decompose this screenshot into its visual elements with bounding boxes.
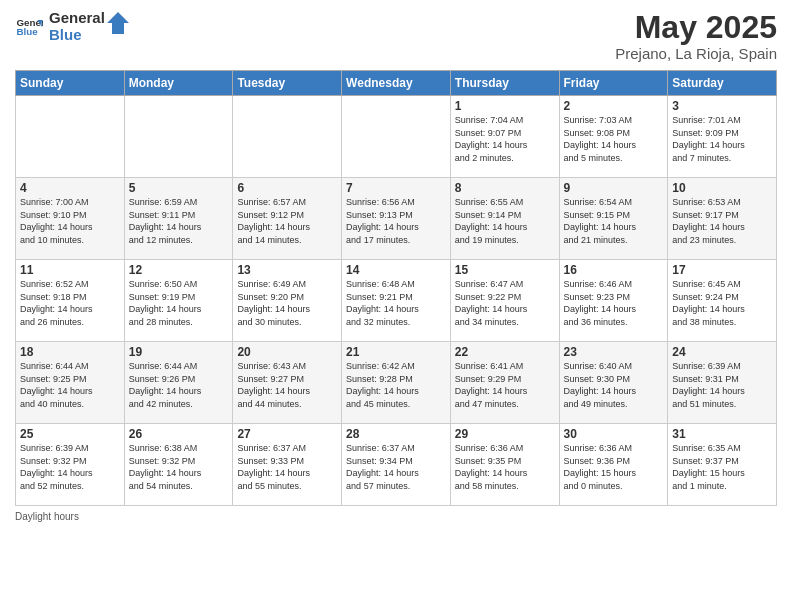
day-number: 25: [20, 427, 120, 441]
calendar-cell: 10Sunrise: 6:53 AM Sunset: 9:17 PM Dayli…: [668, 178, 777, 260]
calendar-cell: 2Sunrise: 7:03 AM Sunset: 9:08 PM Daylig…: [559, 96, 668, 178]
svg-marker-4: [107, 12, 129, 34]
day-number: 2: [564, 99, 664, 113]
calendar-cell: 17Sunrise: 6:45 AM Sunset: 9:24 PM Dayli…: [668, 260, 777, 342]
logo-icon: General Blue: [15, 13, 43, 41]
day-number: 5: [129, 181, 229, 195]
calendar-table: SundayMondayTuesdayWednesdayThursdayFrid…: [15, 70, 777, 506]
calendar-cell: 15Sunrise: 6:47 AM Sunset: 9:22 PM Dayli…: [450, 260, 559, 342]
day-number: 31: [672, 427, 772, 441]
daylight-label: Daylight hours: [15, 511, 79, 522]
day-info: Sunrise: 6:59 AM Sunset: 9:11 PM Dayligh…: [129, 196, 229, 246]
calendar-cell: 28Sunrise: 6:37 AM Sunset: 9:34 PM Dayli…: [342, 424, 451, 506]
day-number: 23: [564, 345, 664, 359]
day-number: 1: [455, 99, 555, 113]
calendar-cell: 6Sunrise: 6:57 AM Sunset: 9:12 PM Daylig…: [233, 178, 342, 260]
day-number: 12: [129, 263, 229, 277]
calendar-cell: 14Sunrise: 6:48 AM Sunset: 9:21 PM Dayli…: [342, 260, 451, 342]
day-info: Sunrise: 6:39 AM Sunset: 9:32 PM Dayligh…: [20, 442, 120, 492]
day-number: 8: [455, 181, 555, 195]
col-header-tuesday: Tuesday: [233, 71, 342, 96]
calendar-cell: 21Sunrise: 6:42 AM Sunset: 9:28 PM Dayli…: [342, 342, 451, 424]
calendar-cell: 22Sunrise: 6:41 AM Sunset: 9:29 PM Dayli…: [450, 342, 559, 424]
day-number: 27: [237, 427, 337, 441]
calendar-cell: [342, 96, 451, 178]
day-info: Sunrise: 6:43 AM Sunset: 9:27 PM Dayligh…: [237, 360, 337, 410]
calendar-cell: 23Sunrise: 6:40 AM Sunset: 9:30 PM Dayli…: [559, 342, 668, 424]
day-number: 14: [346, 263, 446, 277]
day-number: 16: [564, 263, 664, 277]
calendar-cell: 24Sunrise: 6:39 AM Sunset: 9:31 PM Dayli…: [668, 342, 777, 424]
day-number: 18: [20, 345, 120, 359]
calendar-cell: 27Sunrise: 6:37 AM Sunset: 9:33 PM Dayli…: [233, 424, 342, 506]
day-number: 20: [237, 345, 337, 359]
day-number: 15: [455, 263, 555, 277]
col-header-friday: Friday: [559, 71, 668, 96]
day-number: 9: [564, 181, 664, 195]
col-header-wednesday: Wednesday: [342, 71, 451, 96]
week-row-5: 25Sunrise: 6:39 AM Sunset: 9:32 PM Dayli…: [16, 424, 777, 506]
calendar-cell: 8Sunrise: 6:55 AM Sunset: 9:14 PM Daylig…: [450, 178, 559, 260]
header: General Blue General Blue May 2025 Preja…: [15, 10, 777, 62]
day-info: Sunrise: 6:50 AM Sunset: 9:19 PM Dayligh…: [129, 278, 229, 328]
svg-text:Blue: Blue: [16, 26, 38, 37]
calendar-cell: [124, 96, 233, 178]
day-info: Sunrise: 7:04 AM Sunset: 9:07 PM Dayligh…: [455, 114, 555, 164]
calendar-cell: 11Sunrise: 6:52 AM Sunset: 9:18 PM Dayli…: [16, 260, 125, 342]
calendar-header-row: SundayMondayTuesdayWednesdayThursdayFrid…: [16, 71, 777, 96]
calendar-cell: [16, 96, 125, 178]
calendar-cell: 4Sunrise: 7:00 AM Sunset: 9:10 PM Daylig…: [16, 178, 125, 260]
day-info: Sunrise: 6:41 AM Sunset: 9:29 PM Dayligh…: [455, 360, 555, 410]
day-info: Sunrise: 6:35 AM Sunset: 9:37 PM Dayligh…: [672, 442, 772, 492]
day-info: Sunrise: 6:49 AM Sunset: 9:20 PM Dayligh…: [237, 278, 337, 328]
calendar-cell: 20Sunrise: 6:43 AM Sunset: 9:27 PM Dayli…: [233, 342, 342, 424]
day-number: 19: [129, 345, 229, 359]
calendar-cell: 19Sunrise: 6:44 AM Sunset: 9:26 PM Dayli…: [124, 342, 233, 424]
logo: General Blue General Blue: [15, 10, 129, 43]
calendar-cell: 1Sunrise: 7:04 AM Sunset: 9:07 PM Daylig…: [450, 96, 559, 178]
day-info: Sunrise: 6:42 AM Sunset: 9:28 PM Dayligh…: [346, 360, 446, 410]
day-number: 11: [20, 263, 120, 277]
day-info: Sunrise: 6:38 AM Sunset: 9:32 PM Dayligh…: [129, 442, 229, 492]
day-info: Sunrise: 7:01 AM Sunset: 9:09 PM Dayligh…: [672, 114, 772, 164]
day-number: 4: [20, 181, 120, 195]
day-info: Sunrise: 6:37 AM Sunset: 9:33 PM Dayligh…: [237, 442, 337, 492]
calendar-cell: 30Sunrise: 6:36 AM Sunset: 9:36 PM Dayli…: [559, 424, 668, 506]
day-info: Sunrise: 6:56 AM Sunset: 9:13 PM Dayligh…: [346, 196, 446, 246]
day-info: Sunrise: 6:44 AM Sunset: 9:25 PM Dayligh…: [20, 360, 120, 410]
day-number: 29: [455, 427, 555, 441]
day-number: 26: [129, 427, 229, 441]
day-info: Sunrise: 6:46 AM Sunset: 9:23 PM Dayligh…: [564, 278, 664, 328]
calendar-title: May 2025: [615, 10, 777, 45]
col-header-thursday: Thursday: [450, 71, 559, 96]
day-info: Sunrise: 7:00 AM Sunset: 9:10 PM Dayligh…: [20, 196, 120, 246]
calendar-cell: 12Sunrise: 6:50 AM Sunset: 9:19 PM Dayli…: [124, 260, 233, 342]
footer: Daylight hours: [15, 511, 777, 522]
day-info: Sunrise: 6:55 AM Sunset: 9:14 PM Dayligh…: [455, 196, 555, 246]
day-info: Sunrise: 6:57 AM Sunset: 9:12 PM Dayligh…: [237, 196, 337, 246]
calendar-cell: [233, 96, 342, 178]
day-number: 6: [237, 181, 337, 195]
day-info: Sunrise: 6:53 AM Sunset: 9:17 PM Dayligh…: [672, 196, 772, 246]
calendar-cell: 9Sunrise: 6:54 AM Sunset: 9:15 PM Daylig…: [559, 178, 668, 260]
logo-arrow-icon: [107, 12, 129, 34]
week-row-2: 4Sunrise: 7:00 AM Sunset: 9:10 PM Daylig…: [16, 178, 777, 260]
day-info: Sunrise: 6:39 AM Sunset: 9:31 PM Dayligh…: [672, 360, 772, 410]
day-number: 3: [672, 99, 772, 113]
day-info: Sunrise: 6:52 AM Sunset: 9:18 PM Dayligh…: [20, 278, 120, 328]
logo-blue: Blue: [49, 27, 105, 44]
day-number: 17: [672, 263, 772, 277]
calendar-cell: 25Sunrise: 6:39 AM Sunset: 9:32 PM Dayli…: [16, 424, 125, 506]
day-info: Sunrise: 6:36 AM Sunset: 9:36 PM Dayligh…: [564, 442, 664, 492]
day-info: Sunrise: 6:40 AM Sunset: 9:30 PM Dayligh…: [564, 360, 664, 410]
calendar-cell: 26Sunrise: 6:38 AM Sunset: 9:32 PM Dayli…: [124, 424, 233, 506]
calendar-cell: 13Sunrise: 6:49 AM Sunset: 9:20 PM Dayli…: [233, 260, 342, 342]
day-number: 24: [672, 345, 772, 359]
day-number: 21: [346, 345, 446, 359]
day-info: Sunrise: 6:45 AM Sunset: 9:24 PM Dayligh…: [672, 278, 772, 328]
col-header-sunday: Sunday: [16, 71, 125, 96]
logo-general: General: [49, 10, 105, 27]
calendar-cell: 3Sunrise: 7:01 AM Sunset: 9:09 PM Daylig…: [668, 96, 777, 178]
title-block: May 2025 Prejano, La Rioja, Spain: [615, 10, 777, 62]
calendar-cell: 18Sunrise: 6:44 AM Sunset: 9:25 PM Dayli…: [16, 342, 125, 424]
